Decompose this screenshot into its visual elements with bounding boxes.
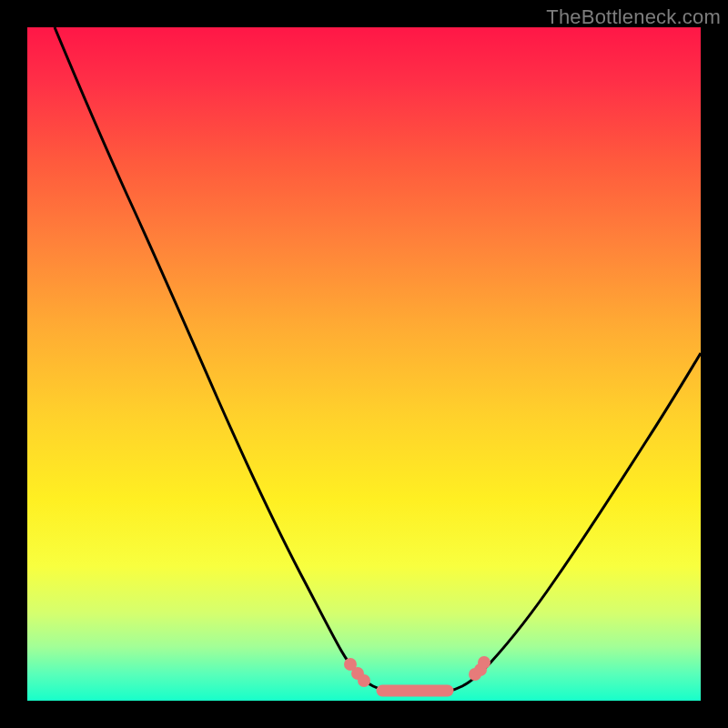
marker-dot bbox=[358, 674, 370, 687]
watermark-text: TheBottleneck.com bbox=[546, 5, 721, 29]
chart-frame: TheBottleneck.com bbox=[0, 0, 728, 728]
plot-area bbox=[27, 27, 701, 701]
curve-layer bbox=[27, 27, 701, 701]
bottleneck-curve bbox=[55, 27, 701, 693]
marker-dot bbox=[478, 656, 490, 669]
